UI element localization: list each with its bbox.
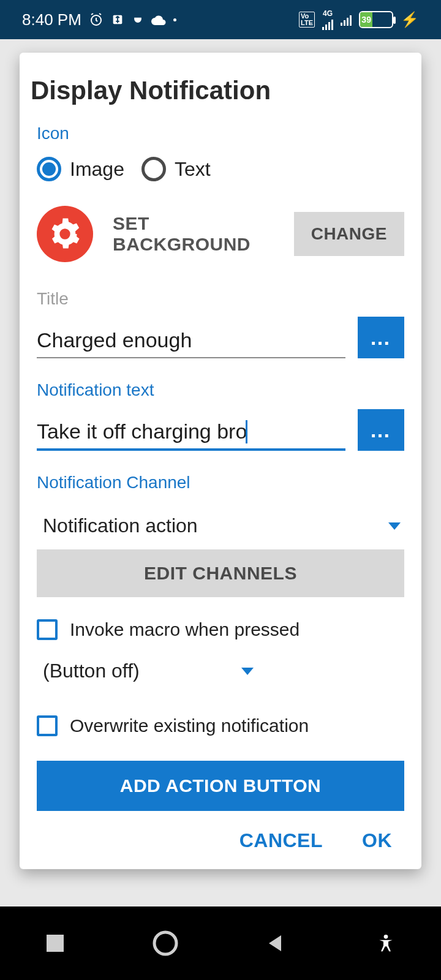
button-off-select[interactable]: (Button off) xyxy=(37,651,257,691)
accessibility-icon xyxy=(376,933,396,953)
radio-text[interactable]: Text xyxy=(141,157,211,181)
invoke-macro-label: Invoke macro when pressed xyxy=(70,619,300,640)
chevron-down-icon xyxy=(241,668,254,675)
nav-home-button[interactable] xyxy=(141,919,190,968)
icon-type-radio-group: Image Text xyxy=(37,157,404,181)
button-off-value: (Button off) xyxy=(43,660,140,682)
overwrite-checkbox[interactable] xyxy=(37,715,58,736)
signal-4g: 4G xyxy=(322,9,333,30)
notification-text-more-button[interactable]: … xyxy=(358,409,404,451)
title-input[interactable] xyxy=(37,322,345,358)
status-bar: 8:40 PM VoLTE 4G 39 ⚡ xyxy=(0,0,441,39)
text-cursor xyxy=(246,420,247,443)
triangle-left-icon xyxy=(266,934,285,952)
channel-select[interactable]: Notification action xyxy=(37,506,404,546)
chevron-down-icon xyxy=(388,522,401,530)
set-background-label: SET BACKGROUND xyxy=(113,213,274,255)
signal-icon xyxy=(341,13,352,26)
radio-unselected-icon xyxy=(141,157,166,181)
svg-point-4 xyxy=(384,935,388,939)
charging-icon: ⚡ xyxy=(401,11,419,28)
gear-icon xyxy=(49,218,81,250)
dot-icon xyxy=(173,18,176,21)
channel-section-label: Notification Channel xyxy=(37,473,404,492)
change-button[interactable]: CHANGE xyxy=(294,212,404,256)
battery-icon: 39 xyxy=(359,11,393,28)
radio-selected-icon xyxy=(37,157,61,181)
notification-text-input[interactable]: Take it off charging bro xyxy=(37,413,345,451)
notification-text-value: Take it off charging bro xyxy=(37,420,247,443)
overwrite-label: Overwrite existing notification xyxy=(70,715,309,736)
invoke-macro-checkbox[interactable] xyxy=(37,619,58,640)
title-field-label: Title xyxy=(37,289,345,309)
alarm-icon xyxy=(89,12,104,27)
add-action-button[interactable]: ADD ACTION BUTTON xyxy=(37,761,404,811)
nav-back-button[interactable] xyxy=(251,919,300,968)
cancel-button[interactable]: CANCEL xyxy=(239,829,323,852)
radio-image-label: Image xyxy=(70,158,124,181)
nav-accessibility-button[interactable] xyxy=(361,919,410,968)
square-icon xyxy=(47,935,64,952)
notification-text-label: Notification text xyxy=(37,380,345,400)
radio-text-label: Text xyxy=(175,158,211,181)
icon-config-row: SET BACKGROUND CHANGE xyxy=(37,206,404,262)
plug-icon xyxy=(132,13,144,26)
cloud-icon xyxy=(151,14,166,25)
display-notification-dialog: Display Notification Icon Image Text SET… xyxy=(20,53,421,869)
usb-icon xyxy=(111,13,124,26)
channel-select-value: Notification action xyxy=(43,514,198,537)
icon-section-label: Icon xyxy=(37,124,404,143)
svg-point-3 xyxy=(154,932,176,954)
volte-icon: VoLTE xyxy=(299,12,315,28)
radio-image[interactable]: Image xyxy=(37,157,124,181)
edit-channels-button[interactable]: EDIT CHANNELS xyxy=(37,549,404,597)
notification-icon-preview[interactable] xyxy=(37,206,93,262)
title-more-button[interactable]: … xyxy=(358,317,404,358)
ok-button[interactable]: OK xyxy=(362,829,392,852)
circle-icon xyxy=(152,930,179,957)
dialog-title: Display Notification xyxy=(20,76,421,124)
status-time: 8:40 PM xyxy=(22,10,81,29)
navigation-bar xyxy=(0,907,441,980)
nav-recent-button[interactable] xyxy=(31,919,80,968)
svg-rect-2 xyxy=(47,935,64,952)
